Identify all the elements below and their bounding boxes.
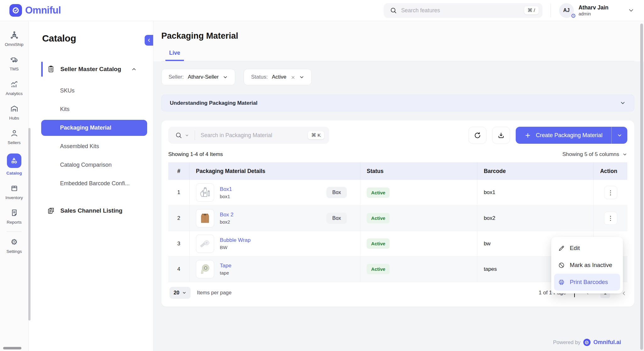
ban-icon <box>558 262 565 269</box>
nav-label: Sellers <box>8 140 20 145</box>
create-split-button: Create Packaging Material <box>516 127 627 144</box>
avatar[interactable]: AJ ⚙ <box>559 3 574 18</box>
main-content: Packaging Material Live Seller: Atharv-S… <box>153 21 644 351</box>
nav-item-catalog[interactable]: Catalog <box>0 149 28 180</box>
item-code: box2 <box>220 219 233 225</box>
collapse-sidebar-button[interactable] <box>145 35 153 46</box>
catalog-shapes-icon <box>7 153 21 168</box>
item-name-link[interactable]: Box 2 <box>220 212 233 218</box>
barcode-value: box1 <box>477 180 594 205</box>
chevron-down-icon <box>223 75 228 80</box>
nav-label: Reports <box>7 220 21 225</box>
page-vertical-scrollbar[interactable] <box>640 24 643 350</box>
page-size-select[interactable]: 20 <box>169 287 191 299</box>
footer-brand-link[interactable]: Omniful.ai <box>593 339 621 346</box>
chevron-left-icon <box>147 38 151 42</box>
refresh-button[interactable] <box>469 127 486 144</box>
product-image <box>196 235 214 253</box>
sellers-person-icon <box>10 129 19 137</box>
nav-item-tms[interactable]: TMS <box>0 51 28 76</box>
catalog-sidebar: Catalog Seller Master Catalog SKUs Kits … <box>29 21 153 351</box>
nav-label: Catalog <box>6 171 22 176</box>
create-packaging-material-button[interactable]: Create Packaging Material <box>516 127 611 144</box>
sidebar-item-embedded-barcode-config[interactable]: Embedded Barcode Confi... <box>29 174 153 193</box>
tms-truck-icon <box>10 55 19 64</box>
item-name-link[interactable]: Box1 <box>220 186 232 192</box>
menu-item-label: Print Barcodes <box>570 279 608 286</box>
seller-filter[interactable]: Seller: Atharv-Seller <box>161 69 235 85</box>
chevron-down-icon[interactable] <box>628 7 635 14</box>
columns-text: Showing 5 of 5 columns <box>563 151 619 158</box>
chevron-up-icon <box>131 66 137 72</box>
rail-horizontal-scrollbar[interactable] <box>3 347 21 349</box>
pencil-icon <box>558 245 565 252</box>
menu-item-edit[interactable]: Edit <box>554 240 620 257</box>
filter-value: Active <box>272 74 286 80</box>
row-actions-button[interactable]: ⋮ <box>604 186 617 199</box>
page-size-value: 20 <box>174 290 179 296</box>
user-role: admin <box>579 11 608 16</box>
row-index: 2 <box>168 205 190 231</box>
sidebar-item-catalog-comparison[interactable]: Catalog Comparison <box>29 156 153 174</box>
item-name-link[interactable]: Tape <box>220 263 231 269</box>
nav-item-reports[interactable]: Reports <box>0 204 28 229</box>
create-button-label: Create Packaging Material <box>536 132 602 139</box>
settings-gear-icon: ⚙ <box>11 238 18 246</box>
sales-listing-icon <box>47 207 55 215</box>
nav-item-analytics[interactable]: Analytics <box>0 76 28 100</box>
nav-item-inventory[interactable]: Inventory <box>0 180 28 204</box>
create-options-chevron[interactable] <box>611 127 627 144</box>
nav-label: Settings <box>7 249 22 254</box>
status-badge: Active <box>367 187 390 198</box>
nav-item-sellers[interactable]: Sellers <box>0 125 28 149</box>
chevron-down-icon <box>182 291 186 295</box>
sidebar-item-kits[interactable]: Kits <box>29 100 153 119</box>
sidebar-item-skus[interactable]: SKUs <box>29 81 153 100</box>
menu-item-mark-as-inactive[interactable]: Mark as Inactive <box>554 257 620 274</box>
tab-live[interactable]: Live <box>165 50 184 61</box>
chevron-down-icon <box>620 100 626 106</box>
user-menu[interactable]: AJ ⚙ Atharv Jain admin <box>559 3 635 18</box>
active-section-indicator <box>41 62 43 77</box>
global-search-input[interactable] <box>401 7 520 14</box>
tab-bar: Live <box>161 50 634 61</box>
nav-item-settings[interactable]: ⚙ Settings <box>0 234 28 258</box>
analytics-chart-icon <box>10 80 19 88</box>
inventory-box-icon <box>10 184 19 192</box>
table-search-input[interactable] <box>201 132 308 139</box>
refresh-icon <box>474 132 481 139</box>
sidebar-item-packaging-material[interactable]: Packaging Material <box>41 120 147 136</box>
status-filter[interactable]: Status: Active × <box>244 69 311 85</box>
understanding-accordion[interactable]: Understanding Packaging Material <box>161 95 634 111</box>
nav-item-omniship[interactable]: OmniShip <box>0 27 28 51</box>
omniship-icon <box>10 31 19 39</box>
omniful-footer-logo-icon <box>583 339 591 346</box>
col-header-barcode: Barcode <box>477 162 594 180</box>
columns-selector[interactable]: Showing 5 of 5 columns <box>563 151 628 158</box>
nav-label: Hubs <box>9 116 19 120</box>
sidebar-item-assembled-kits[interactable]: Assembled Kits <box>29 137 153 156</box>
table-search[interactable]: ⌘ K <box>168 127 329 144</box>
nav-label: TMS <box>10 67 19 71</box>
avatar-gear-icon: ⚙ <box>571 12 576 20</box>
sidebar-item-seller-master-catalog[interactable]: Seller Master Catalog <box>29 60 153 78</box>
item-name-link[interactable]: Bubble Wrap <box>220 237 251 243</box>
nav-item-hubs[interactable]: Hubs <box>0 100 28 125</box>
row-actions-button[interactable]: ⋮ <box>604 212 617 225</box>
omniful-logo[interactable]: Omniful <box>9 4 61 17</box>
top-header: Omniful ⌘ / AJ ⚙ Atharv Jain admin <box>0 0 644 21</box>
page-title: Packaging Material <box>161 31 634 41</box>
download-button[interactable] <box>492 127 510 144</box>
clear-status-filter-icon[interactable]: × <box>291 74 295 81</box>
product-image <box>196 209 214 227</box>
global-search[interactable]: ⌘ / <box>384 3 542 18</box>
table-row: 2 Box 2 box2 Box <box>168 205 627 231</box>
sidebar-item-sales-channel-listing[interactable]: Sales Channel Listing <box>29 202 153 220</box>
avatar-initials: AJ <box>563 8 569 13</box>
row-index: 1 <box>168 180 190 205</box>
hubs-warehouse-icon <box>10 104 19 113</box>
rail-divider <box>7 231 22 232</box>
sidebar-vertical-scrollbar[interactable] <box>28 128 31 320</box>
menu-item-print-barcodes[interactable]: Print Barcodes <box>554 274 620 291</box>
search-scope-chevron-icon[interactable] <box>185 133 189 137</box>
